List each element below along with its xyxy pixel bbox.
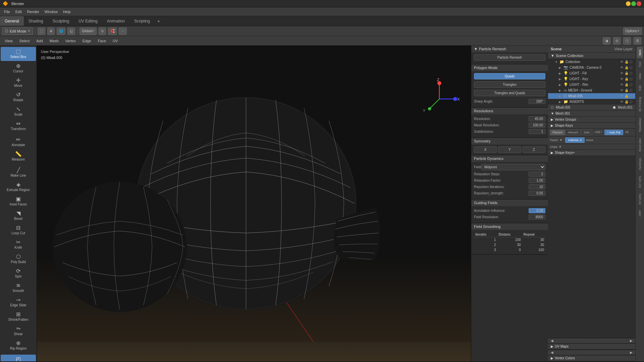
tab-sculpting[interactable]: Sculpting (48, 16, 74, 26)
tab-placem[interactable]: Placem (550, 130, 565, 135)
field-select[interactable]: Midpoint (481, 164, 545, 170)
scene-item[interactable]: ▶💡LIGHT - Rim👁 🔒 ⬡ (548, 82, 635, 87)
vtab-item[interactable]: Item (637, 47, 643, 58)
field-smoothing-cell[interactable]: 2 (474, 242, 497, 247)
vp-menu-edge[interactable]: Edge (80, 38, 93, 44)
field-smoothing-cell[interactable]: 30 (522, 242, 545, 247)
add-workspace-button[interactable]: + (155, 17, 163, 25)
viewport-xray-btn[interactable]: ⬡ (623, 37, 631, 45)
tool-make-line[interactable]: ╱ Make Line (1, 166, 36, 180)
sym-y-button[interactable]: Y (498, 146, 521, 153)
toolbar-icon-btn-2[interactable]: ⊕ (47, 27, 55, 35)
subdivisions-value[interactable]: 1 (529, 129, 545, 134)
scene-item[interactable]: ▼📁Collection👁 🔒 ⬡ (548, 59, 635, 65)
vtab-kitops[interactable]: KIT OPS (637, 173, 643, 190)
panel-collapse-left-icon[interactable]: ◀ (551, 339, 553, 343)
polygon-mode-triangles[interactable]: Triangles (474, 81, 545, 88)
field-smoothing-cell[interactable]: 100 (522, 247, 545, 252)
scene-item[interactable]: ▶📁INSERTS👁 🔒 ⬡ (548, 99, 635, 105)
field-smoothing-cell[interactable]: 1 (474, 237, 497, 243)
vp-menu-uv[interactable]: UV (111, 38, 120, 44)
tool-transform[interactable]: ⇔ Transform (1, 119, 36, 133)
toolbar-icon-btn-3[interactable]: 🌐 (57, 27, 65, 35)
field-smoothing-cell[interactable]: 30 (522, 237, 545, 243)
panel-collapse-right-2-icon[interactable]: ▶ (630, 351, 633, 354)
snap-btn[interactable]: 🧲 (108, 27, 117, 35)
tool-poly-build[interactable]: ⬡ Poly Build (1, 252, 36, 266)
shape-keys-header[interactable]: ▶ Shape Keys (548, 123, 635, 129)
scene-collection-header[interactable]: ▼ Scene Collection (548, 53, 635, 59)
scene-item[interactable]: ▶📷CAMERA - Camera 0👁 🔒 ⬡ (548, 65, 635, 70)
tool-loop-cut[interactable]: ⊟ Loop Cut (1, 223, 36, 237)
vertex-colors-header[interactable]: ▶ Vertex Colors (548, 355, 635, 361)
tool-edge-slide[interactable]: ⊸ Edge Slide (1, 295, 36, 309)
particle-dynamics-header[interactable]: Particle Dynamics (471, 155, 548, 162)
tool-annotate[interactable]: ✏ Annotate (1, 135, 36, 149)
vtab-view[interactable]: View (637, 70, 643, 82)
menu-window[interactable]: Window (42, 9, 60, 14)
tab-shading[interactable]: Shading (24, 16, 48, 26)
tool-boxcutter[interactable]: ◰ BoxCutter (1, 355, 36, 361)
sharp-angle-value[interactable]: 180° (529, 99, 545, 104)
indent-button[interactable]: Indenta: 4 (565, 137, 585, 143)
vtab-arp[interactable]: ARP (637, 207, 643, 219)
tool-inset-faces[interactable]: ▣ Inset Faces (1, 194, 36, 208)
mesh-mesh-header[interactable]: ▼ Mesh.001 (548, 111, 635, 117)
field-smoothing-row[interactable]: 30100 (474, 247, 545, 252)
vtab-bygen[interactable]: BYGEN (637, 191, 643, 207)
symmetry-header[interactable]: Symmetry (471, 138, 548, 144)
vertex-groups-header[interactable]: ▶ Vertex Groups (548, 117, 635, 123)
sym-z-button[interactable]: Z (523, 146, 545, 153)
tool-rotate[interactable]: ↺ Rotate (1, 90, 36, 104)
polygon-mode-quads[interactable]: Quads (474, 73, 545, 79)
toolbar-icon-btn-4[interactable]: ◱ (67, 27, 75, 35)
vtab-hardops[interactable]: HardOps (637, 155, 643, 173)
repulsion-strength-value[interactable]: 0.05 (529, 191, 545, 196)
field-smoothing-row[interactable]: 23030 (474, 242, 545, 247)
toolbar-icon-btn-1[interactable]: ⬚ (38, 27, 45, 35)
vp-menu-view[interactable]: View (3, 38, 15, 44)
panel-collapse-right-icon[interactable]: ▶ (630, 339, 633, 343)
annotation-influence-value[interactable]: 0.20 (529, 208, 545, 213)
uv-maps-header[interactable]: ▶ UV Maps (548, 344, 635, 350)
scene-item[interactable]: ▶💡LIGHT - Fill👁 🔒 ⬡ (548, 70, 635, 76)
mask-resolution-value[interactable]: 100.00 (529, 123, 545, 128)
resolution-value[interactable]: 45.00 (529, 116, 545, 121)
relaxation-steps-value[interactable]: 2 (529, 172, 545, 177)
tab-sele[interactable]: Sele (581, 130, 592, 135)
sym-x-button[interactable]: X (474, 146, 497, 153)
tab-uv-editing[interactable]: UV Editing (74, 16, 102, 26)
tool-move[interactable]: ✛ Move (1, 76, 36, 90)
proportional-btn[interactable]: ⊙ (99, 27, 106, 35)
viewport-shading-btn[interactable]: ◑ (603, 37, 610, 45)
vp-menu-select[interactable]: Select (17, 38, 32, 44)
tool-shrink-fatten[interactable]: ⊞ Shrink/Fatten (1, 310, 36, 324)
particle-remesh-header[interactable]: ▼ Particle Remesh (471, 46, 548, 52)
mode-selector[interactable]: ⬡ Edit Mode ▼ (2, 27, 33, 35)
field-smoothing-cell[interactable]: 30 (497, 242, 522, 247)
vp-menu-face[interactable]: Face (96, 38, 108, 44)
viewport-display-btn[interactable]: ☰ (634, 37, 641, 45)
right-panel-scroll[interactable]: ▼ Particle Remesh Particle Remesh Polygo… (471, 46, 548, 361)
scene-item[interactable]: ▶⬡Mball.005👁 🔒 ⬡ (548, 93, 635, 99)
tool-rip-region[interactable]: ⊗ Rip Region (1, 339, 36, 353)
tool-select-box[interactable]: ⬚ Select Box (1, 47, 36, 61)
tool-smooth[interactable]: ≋ Smooth (1, 281, 36, 295)
options-button[interactable]: Options ▼ (623, 27, 642, 35)
close-button[interactable] (637, 1, 641, 6)
field-smoothing-row[interactable]: 110030 (474, 237, 545, 243)
relaxation-factor-value[interactable]: 1.00 (529, 178, 545, 183)
tab-scripting[interactable]: Scripting (129, 16, 155, 26)
field-smoothing-cell[interactable]: 100 (497, 237, 522, 243)
vp-menu-add[interactable]: Add (34, 38, 45, 44)
vtab-3d-printing[interactable]: 3D Printing (637, 94, 643, 115)
vtab-tessellator[interactable]: Tessellator (637, 115, 643, 135)
particle-remesh-button[interactable]: Particle Remesh (474, 54, 545, 61)
menu-file[interactable]: File (1, 9, 13, 14)
resolutions-header[interactable]: Resolutions (471, 108, 548, 114)
tool-extrude-region[interactable]: ◈ Extrude Region (1, 180, 36, 194)
maximize-button[interactable] (631, 1, 636, 6)
repulsion-iterations-value[interactable]: 10 (529, 184, 545, 189)
vtab-tool[interactable]: Tool (637, 59, 643, 70)
vp-menu-vertex[interactable]: Vertex (63, 38, 78, 44)
